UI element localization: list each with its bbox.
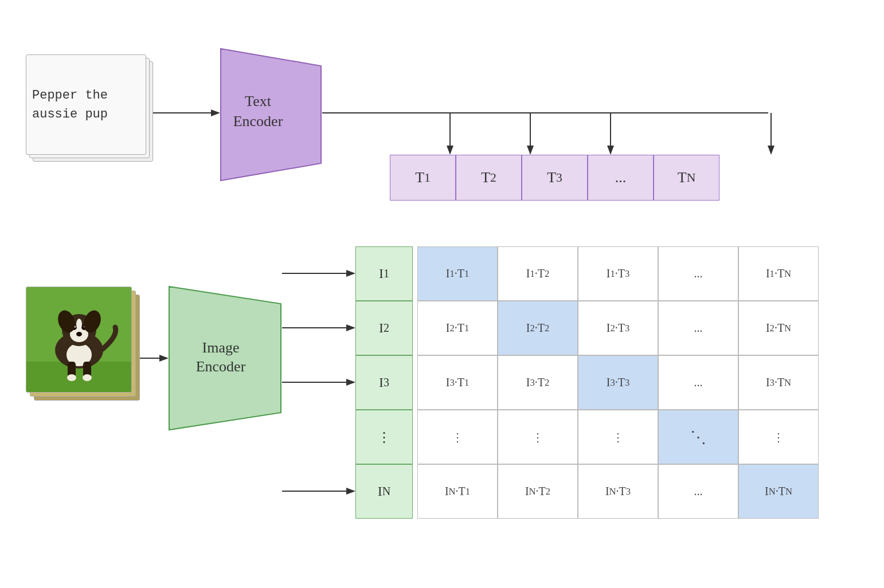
image-encoder-shape xyxy=(169,287,281,430)
token-tn: TN xyxy=(654,155,719,201)
image-col: I1 I2 I3 ⋮ IN xyxy=(355,246,413,519)
cell-dots1: ⋮ xyxy=(417,410,498,464)
text-encoder-shape xyxy=(221,49,321,181)
cell-i1t2: I1·T2 xyxy=(498,246,578,301)
cell-i2t3: I2·T3 xyxy=(578,301,658,355)
image-in: IN xyxy=(355,464,413,519)
matrix-row-dots: ⋮ ⋮ ⋮ ⋱ ⋮ xyxy=(417,410,819,464)
svg-text:Encoder: Encoder xyxy=(233,113,283,130)
text-card-content: Pepper the aussie pup xyxy=(26,80,146,130)
matrix-row-2: I2·T1 I2·T2 I2·T3 ... I2·TN xyxy=(417,301,819,355)
similarity-matrix: I1·T1 I1·T2 I1·T3 ... I1·TN I2·T1 I2·T2 … xyxy=(417,246,819,519)
cell-i2t1: I2·T1 xyxy=(417,301,498,355)
cell-i3dots: ... xyxy=(658,355,738,410)
cell-dots-diag: ⋱ xyxy=(658,410,738,464)
cell-intn: IN·TN xyxy=(738,464,819,519)
cell-int1: IN·T1 xyxy=(417,464,498,519)
svg-point-34 xyxy=(67,374,76,381)
image-i2: I2 xyxy=(355,301,413,355)
diagram-container: Text Encoder Image Encoder xyxy=(0,0,884,588)
image-i1: I1 xyxy=(355,246,413,301)
svg-text:Image: Image xyxy=(202,339,240,356)
cell-i2t2: I2·T2 xyxy=(498,301,578,355)
cell-int2: IN·T2 xyxy=(498,464,578,519)
matrix-row-3: I3·T1 I3·T2 I3·T3 ... I3·TN xyxy=(417,355,819,410)
text-card-front: Pepper the aussie pup xyxy=(26,54,146,155)
image-i3: I3 xyxy=(355,355,413,410)
cell-i2tn: I2·TN xyxy=(738,301,819,355)
token-t3: T3 xyxy=(522,155,588,201)
cell-indots: ... xyxy=(658,464,738,519)
cell-i1dots: ... xyxy=(658,246,738,301)
token-row: T1 T2 T3 ... TN xyxy=(390,155,719,201)
matrix-row-1: I1·T1 I1·T2 I1·T3 ... I1·TN xyxy=(417,246,819,301)
svg-text:Text: Text xyxy=(245,93,272,109)
cell-i1t3: I1·T3 xyxy=(578,246,658,301)
svg-point-29 xyxy=(76,332,82,336)
token-tdots: ... xyxy=(588,155,654,201)
svg-text:Encoder: Encoder xyxy=(196,358,246,375)
token-t2: T2 xyxy=(456,155,522,201)
svg-point-36 xyxy=(76,319,82,330)
cell-i3t1: I3·T1 xyxy=(417,355,498,410)
matrix-row-n: IN·T1 IN·T2 IN·T3 ... IN·TN xyxy=(417,464,819,519)
cell-i2dots: ... xyxy=(658,301,738,355)
cell-i1t1: I1·T1 xyxy=(417,246,498,301)
token-t1: T1 xyxy=(390,155,456,201)
image-idots: ⋮ xyxy=(355,410,413,464)
cell-int3: IN·T3 xyxy=(578,464,658,519)
dog-image xyxy=(26,287,132,393)
cell-i1tn: I1·TN xyxy=(738,246,819,301)
cell-dots3: ⋮ xyxy=(578,410,658,464)
cell-i3t3: I3·T3 xyxy=(578,355,658,410)
cell-dots2: ⋮ xyxy=(498,410,578,464)
cell-dots4: ⋮ xyxy=(738,410,819,464)
cell-i3t2: I3·T2 xyxy=(498,355,578,410)
image-card-front xyxy=(26,287,132,393)
cell-i3tn: I3·TN xyxy=(738,355,819,410)
svg-point-35 xyxy=(83,374,92,381)
